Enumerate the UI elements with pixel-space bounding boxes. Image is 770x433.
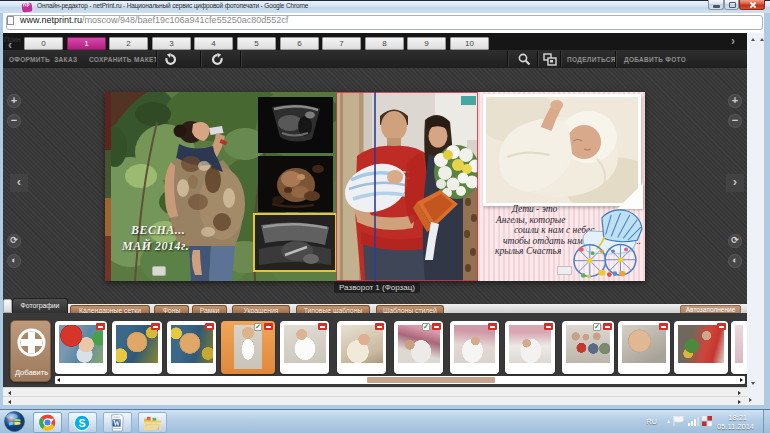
svg-text:W: W: [113, 420, 121, 428]
svg-text:S: S: [78, 417, 85, 429]
